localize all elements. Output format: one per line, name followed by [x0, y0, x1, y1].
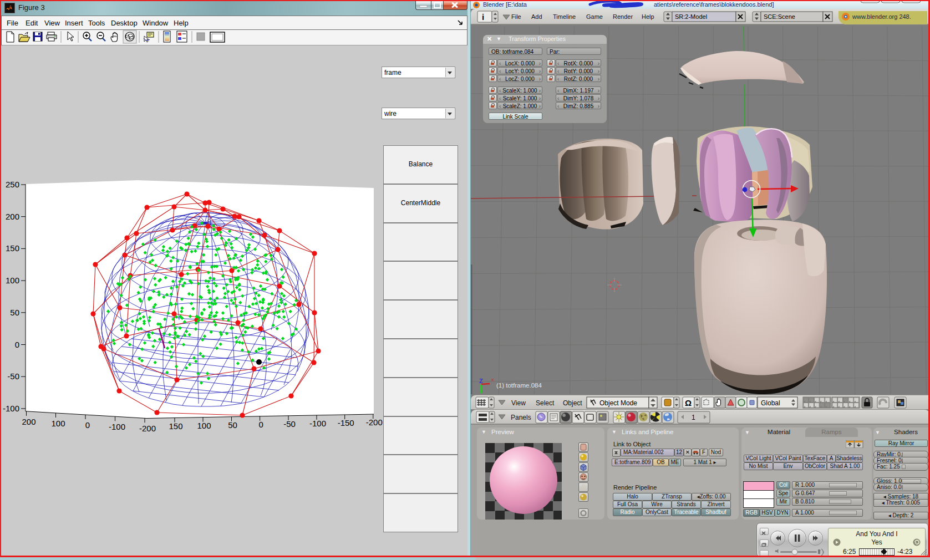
svg-text:200: 200: [22, 417, 35, 426]
svg-text:View: View: [511, 399, 526, 407]
svg-text:Game: Game: [586, 13, 603, 20]
svg-text:Object: Object: [563, 399, 582, 407]
svg-text:0: 0: [15, 340, 19, 349]
svg-text:-200: -200: [366, 418, 383, 427]
svg-text:-100: -100: [309, 419, 326, 428]
svg-text:atients\reference\frames\blokk: atients\reference\frames\blokkendoos.ble…: [654, 1, 774, 8]
svg-text:Timeline: Timeline: [553, 13, 576, 20]
svg-text:1: 1: [692, 414, 695, 421]
svg-text:Object Mode: Object Mode: [599, 399, 637, 407]
svg-text:Global: Global: [761, 399, 780, 407]
svg-text:Ω: Ω: [685, 398, 692, 408]
svg-text:Render: Render: [613, 13, 633, 20]
svg-text:-100: -100: [109, 422, 125, 431]
svg-text:-150: -150: [338, 418, 354, 427]
svg-text:i: i: [482, 12, 484, 22]
svg-text:0: 0: [85, 420, 90, 430]
svg-text:250: 250: [6, 180, 19, 189]
svg-text:Help: Help: [642, 13, 654, 20]
svg-text:SCE:Scene: SCE:Scene: [764, 13, 795, 20]
svg-text:100: 100: [6, 276, 19, 285]
svg-text:-100: -100: [3, 404, 19, 413]
svg-text:×: ×: [491, 376, 494, 383]
svg-text:-200: -200: [139, 424, 156, 433]
svg-text:Select: Select: [536, 399, 555, 407]
svg-text:50: 50: [228, 420, 237, 430]
svg-text:50: 50: [10, 308, 19, 317]
svg-text:150: 150: [169, 421, 182, 431]
svg-text:Add: Add: [531, 13, 542, 20]
svg-text:Blender [E:\data: Blender [E:\data: [483, 1, 527, 8]
svg-text:-50: -50: [283, 419, 296, 429]
svg-text:100: 100: [197, 421, 211, 430]
svg-text:200: 200: [6, 212, 19, 221]
svg-text:SR:2-Model: SR:2-Model: [675, 13, 707, 20]
svg-text:100: 100: [51, 419, 65, 428]
svg-text:0: 0: [258, 420, 263, 429]
svg-text:File: File: [511, 13, 521, 20]
svg-text:(1) totframe.084: (1) totframe.084: [496, 382, 542, 389]
svg-text:www.blender.org 248.: www.blender.org 248.: [852, 13, 911, 20]
svg-text:150: 150: [6, 243, 19, 253]
svg-text:Z: Z: [479, 378, 483, 384]
svg-text:-50: -50: [7, 371, 19, 381]
svg-text:Panels: Panels: [511, 414, 531, 421]
